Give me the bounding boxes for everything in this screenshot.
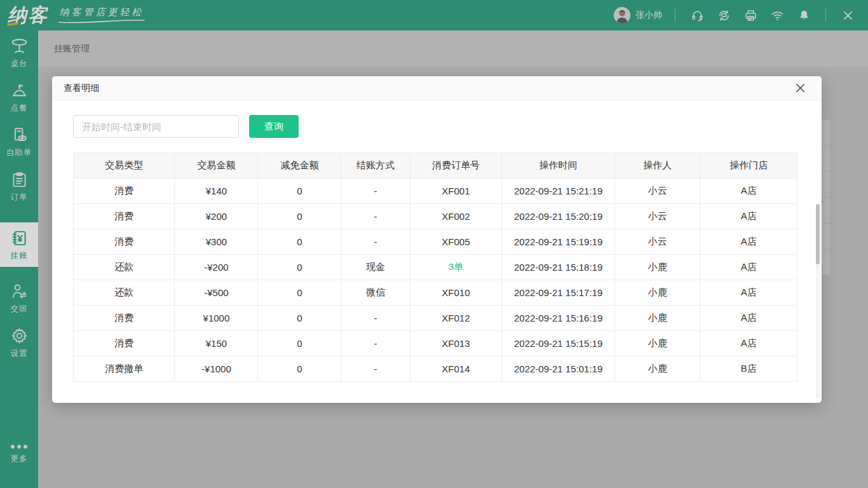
cell-method: - bbox=[341, 204, 410, 229]
column-header: 消费订单号 bbox=[410, 153, 502, 179]
cell-discount: 0 bbox=[258, 306, 341, 331]
cell-amount: ¥1000 bbox=[175, 306, 258, 331]
cell-time: 2022-09-21 15:16:19 bbox=[502, 306, 615, 331]
cell-method: - bbox=[341, 356, 410, 382]
transactions-table: 交易类型交易金额减免金额结账方式消费订单号操作时间操作人操作门店 消费¥1400… bbox=[73, 152, 797, 382]
table-row: 消费撤单-¥10000-XF0142022-09-21 15:01:19小鹿B店 bbox=[74, 356, 797, 382]
cell-order_no: XF001 bbox=[410, 179, 502, 204]
cell-method: - bbox=[341, 331, 410, 356]
cell-type: 消费 bbox=[74, 331, 175, 356]
cell-time: 2022-09-21 15:17:19 bbox=[502, 280, 615, 306]
cell-type: 还款 bbox=[74, 255, 175, 280]
column-header: 交易金额 bbox=[175, 153, 258, 179]
cell-time: 2022-09-21 15:21:19 bbox=[502, 179, 615, 204]
cell-operator: 小云 bbox=[614, 229, 700, 255]
table-row: 消费¥1400-XF0012022-09-21 15:21:19小云A店 bbox=[74, 179, 797, 204]
cell-order_no: XF012 bbox=[410, 306, 502, 331]
cell-amount: -¥500 bbox=[175, 280, 258, 306]
cell-order_no: XF013 bbox=[410, 331, 502, 356]
cell-amount: -¥200 bbox=[175, 255, 258, 280]
cell-type: 还款 bbox=[74, 280, 175, 306]
cell-operator: 小云 bbox=[614, 204, 700, 229]
cell-method: - bbox=[341, 179, 410, 204]
cell-discount: 0 bbox=[258, 204, 341, 229]
cell-method: - bbox=[341, 306, 410, 331]
table-row: 消费¥10000-XF0122022-09-21 15:16:19小鹿A店 bbox=[74, 306, 797, 331]
cell-operator: 小鹿 bbox=[614, 255, 700, 280]
cell-store: A店 bbox=[700, 229, 797, 255]
date-range-input[interactable] bbox=[73, 115, 239, 138]
search-row: 查询 bbox=[73, 115, 822, 138]
cell-operator: 小鹿 bbox=[614, 331, 700, 356]
scrollbar-thumb[interactable] bbox=[816, 204, 820, 264]
table-row: 还款-¥2000现金3单2022-09-21 15:18:19小鹿A店 bbox=[74, 255, 797, 280]
cell-order_no: XF010 bbox=[410, 280, 502, 306]
modal-header: 查看明细 bbox=[52, 76, 822, 100]
cell-amount: -¥1000 bbox=[175, 356, 258, 382]
cell-store: A店 bbox=[700, 204, 797, 229]
cell-store: A店 bbox=[700, 280, 797, 306]
cell-operator: 小云 bbox=[614, 179, 700, 204]
cell-order_no: 3单 bbox=[410, 255, 502, 280]
cell-time: 2022-09-21 15:20:19 bbox=[502, 204, 615, 229]
cell-operator: 小鹿 bbox=[614, 356, 700, 382]
cell-order_no: XF005 bbox=[410, 229, 502, 255]
modal-title: 查看明细 bbox=[64, 83, 99, 94]
cell-store: A店 bbox=[700, 179, 797, 204]
cell-type: 消费撤单 bbox=[74, 356, 175, 382]
app-window: 纳客 纳客管店更轻松 张小帅 bbox=[0, 0, 868, 488]
cell-operator: 小鹿 bbox=[614, 306, 700, 331]
cell-amount: ¥200 bbox=[175, 204, 258, 229]
cell-discount: 0 bbox=[258, 356, 341, 382]
query-button[interactable]: 查询 bbox=[249, 115, 299, 138]
cell-type: 消费 bbox=[74, 229, 175, 255]
column-header: 操作人 bbox=[614, 153, 700, 179]
order-detail-link[interactable]: 3单 bbox=[449, 261, 463, 272]
cell-operator: 小鹿 bbox=[614, 280, 700, 306]
cell-discount: 0 bbox=[258, 229, 341, 255]
table-row: 还款-¥5000微信XF0102022-09-21 15:17:19小鹿A店 bbox=[74, 280, 797, 306]
cell-discount: 0 bbox=[258, 280, 341, 306]
cell-order_no: XF002 bbox=[410, 204, 502, 229]
cell-amount: ¥300 bbox=[175, 229, 258, 255]
cell-amount: ¥150 bbox=[175, 331, 258, 356]
cell-order_no: XF014 bbox=[410, 356, 502, 382]
cell-type: 消费 bbox=[74, 204, 175, 229]
close-icon[interactable] bbox=[793, 81, 808, 95]
cell-store: A店 bbox=[700, 255, 797, 280]
column-header: 交易类型 bbox=[74, 153, 175, 179]
cell-method: 微信 bbox=[341, 280, 410, 306]
column-header: 操作时间 bbox=[502, 153, 615, 179]
cell-time: 2022-09-21 15:19:19 bbox=[502, 229, 615, 255]
cell-type: 消费 bbox=[74, 306, 175, 331]
cell-discount: 0 bbox=[258, 331, 341, 356]
table-scrollbar[interactable] bbox=[816, 204, 820, 399]
column-header: 结账方式 bbox=[341, 153, 410, 179]
cell-discount: 0 bbox=[258, 179, 341, 204]
table-row: 消费¥1500-XF0132022-09-21 15:15:19小鹿A店 bbox=[74, 331, 797, 356]
cell-amount: ¥140 bbox=[175, 179, 258, 204]
cell-store: B店 bbox=[700, 356, 797, 382]
cell-discount: 0 bbox=[258, 255, 341, 280]
modal-body: 查询 交易类型交易金额减免金额结账方式消费订单号操作时间操作人操作门店 消费¥1… bbox=[52, 100, 822, 382]
cell-method: 现金 bbox=[341, 255, 410, 280]
cell-time: 2022-09-21 15:01:19 bbox=[502, 356, 615, 382]
cell-type: 消费 bbox=[74, 179, 175, 204]
cell-method: - bbox=[341, 229, 410, 255]
column-header: 操作门店 bbox=[700, 153, 797, 179]
cell-store: A店 bbox=[700, 331, 797, 356]
cell-time: 2022-09-21 15:18:19 bbox=[502, 255, 615, 280]
cell-time: 2022-09-21 15:15:19 bbox=[502, 331, 615, 356]
table-row: 消费¥2000-XF0022022-09-21 15:20:19小云A店 bbox=[74, 204, 797, 229]
column-header: 减免金额 bbox=[258, 153, 341, 179]
cell-store: A店 bbox=[700, 306, 797, 331]
view-details-modal: 查看明细 查询 交易类型交易金额减免金额结账方式消费订单号操作时间操作人操作门店… bbox=[52, 76, 822, 403]
table-row: 消费¥3000-XF0052022-09-21 15:19:19小云A店 bbox=[74, 229, 797, 255]
